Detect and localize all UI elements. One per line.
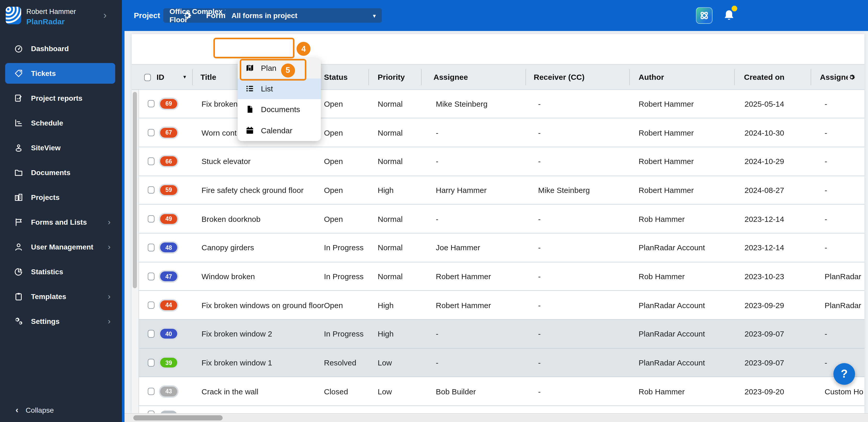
- cell-receiver: -: [538, 157, 541, 166]
- table-row[interactable]: 66 Stuck elevator Open Normal - - Robert…: [139, 147, 864, 176]
- project-settings-gear-icon[interactable]: [182, 10, 192, 21]
- connect-app-button[interactable]: [696, 7, 712, 24]
- row-checkbox[interactable]: [148, 388, 154, 395]
- ticket-id-badge: 69: [160, 99, 177, 109]
- cell-assignee: Bob Builder: [436, 387, 476, 396]
- sidebar-item-projects[interactable]: Projects ›: [0, 187, 122, 208]
- column-header-id[interactable]: ID: [157, 72, 164, 81]
- horizontal-scrollbar[interactable]: [133, 415, 222, 420]
- docfilled-icon: [245, 105, 254, 114]
- menu-item-label: Calendar: [261, 126, 292, 135]
- sidebar-item-schedule[interactable]: Schedule ›: [0, 112, 122, 133]
- table-row[interactable]: 47 Window broken In Progress Normal Robe…: [139, 262, 864, 291]
- cell-title: Fix broken: [202, 99, 238, 108]
- table-row[interactable]: 59 Fire safety check ground floor Open H…: [139, 176, 864, 204]
- gauge-icon: [14, 44, 23, 53]
- row-checkbox[interactable]: [148, 411, 154, 413]
- sidebar-item-project-reports[interactable]: Project reports ›: [0, 88, 122, 108]
- select-all-checkbox[interactable]: [144, 74, 151, 81]
- chevron-right-icon[interactable]: ›: [103, 10, 107, 21]
- column-header-title[interactable]: Title: [200, 72, 216, 81]
- cell-author: Rob Hammer: [639, 272, 685, 281]
- sidebar-item-statistics[interactable]: Statistics ›: [0, 261, 122, 282]
- sidebar-item-user-management[interactable]: User Management ›: [0, 236, 122, 257]
- table-row[interactable]: 49 Broken doorknob Open Normal - - Rob H…: [139, 205, 864, 233]
- cell-author: PlanRadar Account: [639, 329, 705, 338]
- collapse-label: Collapse: [26, 406, 54, 414]
- table-row[interactable]: 39 Fix broken window 1 Resolved Low - - …: [139, 349, 864, 377]
- row-checkbox[interactable]: [148, 244, 154, 251]
- row-checkbox[interactable]: [148, 359, 154, 366]
- column-header-created-on[interactable]: Created on: [744, 72, 784, 81]
- column-header-priority[interactable]: Priority: [378, 72, 405, 81]
- sidebar-item-label: Project reports: [31, 94, 83, 102]
- row-checkbox[interactable]: [148, 273, 154, 280]
- table-row[interactable]: 48 Canopy girders In Progress Normal Joe…: [139, 233, 864, 262]
- column-header-assignee[interactable]: Assignee: [433, 72, 468, 81]
- cell-status: In Progress: [324, 272, 364, 281]
- report-icon: [14, 94, 23, 103]
- cell-assignee: -: [436, 214, 438, 223]
- row-checkbox[interactable]: [148, 215, 154, 223]
- column-header-author[interactable]: Author: [639, 72, 664, 81]
- view-menu-item-calendar[interactable]: Calendar: [238, 120, 320, 140]
- cell-created-on: 2025-05-14: [745, 99, 784, 108]
- sidebar-item-dashboard[interactable]: Dashboard ›: [0, 38, 122, 59]
- table-row[interactable]: 43 Crack in the wall Closed Low Bob Buil…: [139, 377, 864, 406]
- column-divider: [811, 69, 811, 85]
- row-checkbox[interactable]: [148, 301, 154, 309]
- sidebar-item-label: Templates: [31, 292, 66, 301]
- column-header-receiver[interactable]: Receiver (CC): [534, 72, 585, 81]
- column-settings-gear-icon[interactable]: [848, 73, 856, 81]
- sidebar-item-siteview[interactable]: SiteView ›: [0, 137, 122, 158]
- cell-author: PlanRadar Account: [639, 358, 705, 367]
- ticket-id-badge: [160, 411, 177, 413]
- view-menu-item-documents[interactable]: Documents: [238, 99, 320, 120]
- sidebar-item-forms-and-lists[interactable]: Forms and Lists ›: [0, 212, 122, 232]
- cell-priority: Normal: [378, 214, 403, 223]
- sidebar-collapse-button[interactable]: ‹ Collapse: [0, 403, 122, 417]
- cell-created-on: 2024-10-30: [745, 128, 784, 137]
- annotation-box-plan: [240, 59, 306, 80]
- sidebar-item-tickets[interactable]: Tickets ›: [5, 63, 115, 84]
- cell-receiver: -: [538, 387, 541, 396]
- cell-created-on: 2023-09-07: [745, 329, 784, 338]
- row-checkbox[interactable]: [148, 100, 154, 107]
- sidebar-item-label: Settings: [31, 317, 59, 325]
- row-checkbox[interactable]: [148, 129, 154, 136]
- sort-desc-icon[interactable]: ▼: [182, 74, 187, 79]
- notification-badge: [732, 6, 737, 11]
- siteview-icon: [14, 143, 23, 152]
- sidebar-item-label: Documents: [31, 168, 70, 177]
- cell-status: Open: [324, 214, 343, 223]
- sidebar-item-label: Forms and Lists: [31, 218, 87, 226]
- view-menu-item-list[interactable]: List: [238, 78, 320, 99]
- vertical-scrollbar[interactable]: [132, 92, 137, 288]
- cell-assignee2: -: [825, 214, 827, 223]
- column-header-status[interactable]: Status: [324, 72, 348, 81]
- sidebar-item-label: Projects: [31, 193, 60, 201]
- sidebar-item-templates[interactable]: Templates ›: [0, 286, 122, 307]
- table-row[interactable]: 40 Fix broken window 2 In Progress High …: [139, 320, 864, 348]
- cell-receiver: -: [538, 329, 541, 338]
- chevron-down-icon: ▾: [373, 13, 376, 18]
- sidebar-item-documents[interactable]: Documents ›: [0, 162, 122, 183]
- pie-icon: [14, 267, 23, 277]
- sidebar-item-settings[interactable]: Settings ›: [0, 311, 122, 332]
- cell-receiver: -: [538, 128, 541, 137]
- cell-priority: High: [378, 301, 394, 310]
- column-header-assignee2[interactable]: Assignee: [820, 72, 848, 81]
- row-checkbox[interactable]: [148, 186, 154, 194]
- form-selector[interactable]: All forms in project▾: [225, 8, 382, 23]
- cell-status: Open: [324, 301, 343, 310]
- row-checkbox[interactable]: [148, 158, 154, 165]
- cell-title: Crack in the wall: [202, 387, 258, 396]
- table-row[interactable]: 44 Fix broken windows on ground floor Op…: [139, 291, 864, 320]
- help-button[interactable]: ?: [833, 363, 855, 385]
- row-checkbox[interactable]: [148, 330, 154, 337]
- chevron-right-icon: ›: [108, 317, 111, 326]
- buildings-icon: [14, 193, 23, 202]
- cell-priority: Normal: [378, 157, 403, 166]
- cell-status: Open: [324, 99, 343, 108]
- cell-status: Resolved: [324, 358, 356, 367]
